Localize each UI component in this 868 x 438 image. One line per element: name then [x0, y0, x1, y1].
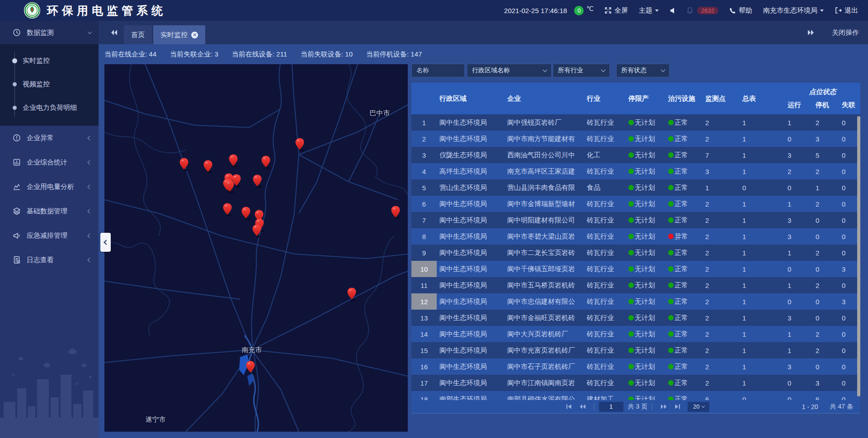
map-pin[interactable] — [229, 155, 238, 168]
cell-facility-status: 正常 — [665, 114, 703, 131]
table-row[interactable]: 14阆中生态环境局阆中大兴页岩机砖厂砖瓦行业无计划正常21120 — [411, 326, 860, 342]
next-page-button[interactable] — [660, 404, 667, 410]
sidebar-subitem-企业电力负荷明细[interactable]: 企业电力负荷明细 — [0, 96, 99, 119]
map-pin[interactable] — [253, 225, 262, 238]
table-row[interactable]: 16阆中生态环境局阆中市石子页岩机砖厂砖瓦行业无计划正常21300 — [411, 358, 860, 375]
cell-industry: 砖瓦行业 — [584, 293, 626, 310]
sidebar-item-企业异常[interactable]: 企业异常 — [0, 126, 99, 150]
map-pin[interactable] — [392, 206, 401, 220]
map-pin[interactable] — [223, 203, 232, 217]
subcol-失联: 失联 — [839, 101, 860, 109]
cell-facility-status: 正常 — [665, 212, 703, 228]
table-row[interactable]: 6阆中生态环境局阆中市金博瑞新型墙材砖瓦行业无计划正常21120 — [411, 196, 860, 212]
cell-region: 阆中生态环境局 — [437, 358, 505, 375]
theme-dropdown[interactable]: 主题 — [639, 6, 659, 15]
map-pin[interactable] — [246, 361, 255, 375]
page-size-select[interactable]: 20 — [688, 402, 709, 412]
sidebar-item-企业用电量分析[interactable]: 企业用电量分析 — [0, 174, 99, 199]
map-pin[interactable] — [296, 138, 305, 152]
table-row[interactable]: 17阆中生态环境局阆中市江南镇阆南页岩砖瓦行业无计划正常21030 — [411, 375, 860, 391]
table-row[interactable]: 7阆中生态环境局阆中明阳建材有限公司砖瓦行业无计划正常21300 — [411, 212, 860, 228]
map-pin[interactable] — [253, 175, 262, 188]
sidebar-item-数据监测[interactable]: 数据监测 — [0, 21, 99, 44]
tab-首页[interactable]: 首页 — [124, 25, 152, 44]
help-button[interactable]: 帮助 — [729, 6, 752, 15]
cell-limit-status: 无计划 — [626, 391, 665, 400]
tab-scroll-right-button[interactable] — [807, 29, 815, 36]
sidebar-item-label: 企业异常 — [27, 134, 54, 142]
map-pin[interactable] — [204, 160, 213, 174]
sidebar-item-企业综合统计[interactable]: 企业综合统计 — [0, 150, 99, 174]
table-row[interactable]: 10阆中生态环境局阆中千佛镇五郎垭页岩砖瓦行业无计划正常21003 — [411, 261, 860, 277]
table-row[interactable]: 13阆中生态环境局阆中市金福旺页岩机砖砖瓦行业无计划正常21300 — [411, 310, 860, 326]
map-pin[interactable] — [348, 288, 357, 301]
col-index — [411, 83, 437, 114]
cell-points: 2 — [703, 342, 740, 358]
table-row[interactable]: 2阆中生态环境局阆中市南方节能建材有砖瓦行业无计划正常21030 — [411, 131, 860, 147]
table-row[interactable]: 15阆中生态环境局阆中市光富页岩机砖厂砖瓦行业无计划正常21120 — [411, 342, 860, 358]
table-row[interactable]: 18南部生态环境局南部县砌伟水泥有限公建材加工无计划正常60060 — [411, 391, 860, 400]
sidebar-subitem-实时监控[interactable]: 实时监控 — [0, 49, 99, 72]
cell-points: 2 — [703, 131, 740, 147]
table-row[interactable]: 9阆中生态环境局阆中市二龙长宝页岩砖砖瓦行业无计划正常21120 — [411, 245, 860, 261]
sidebar-item-日志查看[interactable]: 日志查看 — [0, 248, 99, 272]
cell-company: 西南油气田分公司川中 — [505, 147, 584, 163]
notifications[interactable]: 2632 — [686, 7, 718, 14]
chevron-left-icon — [88, 184, 92, 189]
mute-button[interactable] — [670, 7, 679, 14]
table-row[interactable]: 12阆中生态环境局阆中市忠信建材有限公砖瓦行业无计划正常21003 — [411, 293, 860, 310]
fullscreen-button[interactable]: 全屏 — [604, 6, 628, 15]
industry-select[interactable]: 所有行业 — [553, 64, 610, 77]
cell-company: 南部县砌伟水泥有限公 — [505, 391, 584, 400]
sidebar-collapse-handle[interactable] — [100, 233, 111, 252]
cell-index: 9 — [411, 245, 437, 261]
subcol-运行: 运行 — [785, 101, 813, 109]
tab-实时监控[interactable]: 实时监控✕ — [153, 25, 205, 44]
map-pin[interactable] — [180, 158, 189, 172]
page-number-input[interactable]: 1 — [599, 402, 623, 412]
org-dropdown[interactable]: 南充市生态环境局 — [763, 6, 824, 15]
table-row[interactable]: 4高坪生态环境局南充市高坪区王家店建砖瓦行业无计划正常31220 — [411, 163, 860, 179]
stat-value: 211 — [276, 50, 287, 58]
sidebar-subitem-视频监控[interactable]: 视频监控 — [0, 72, 99, 96]
first-page-button[interactable] — [566, 404, 572, 410]
close-operations-button[interactable]: 关闭操作 — [832, 28, 859, 37]
logout-button[interactable]: 退出 — [835, 6, 858, 15]
sidebar-submenu: 实时监控视频监控企业电力负荷明细 — [0, 44, 99, 126]
cell-company: 阆中大兴页岩机砖厂 — [505, 326, 584, 342]
region-select[interactable]: 行政区域名称 — [467, 64, 552, 77]
sidebar-item-基础数据管理[interactable]: 基础数据管理 — [0, 199, 99, 223]
status-select[interactable]: 所有状态 — [616, 64, 670, 77]
last-page-button[interactable] — [675, 404, 680, 410]
cell-limit-status: 无计划 — [626, 326, 665, 342]
status-dot-icon — [628, 120, 634, 125]
map-panel[interactable]: 巴中市南充市遂宁市 — [104, 64, 408, 432]
tab-scroll-left-button[interactable] — [110, 29, 118, 36]
stat-value: 10 — [345, 50, 353, 58]
temperature-badge: 0 — [574, 6, 584, 15]
page-size-value: 20 — [693, 403, 699, 410]
cell-region: 阆中生态环境局 — [437, 342, 505, 358]
tab-close-icon[interactable]: ✕ — [191, 32, 198, 38]
table-row[interactable]: 3仪陇生态环境局西南油气田分公司川中化工无计划正常71350 — [411, 147, 860, 163]
sidebar-item-应急减排管理[interactable]: 应急减排管理 — [0, 223, 99, 248]
cell-stop: 2 — [813, 163, 839, 179]
table-scrollbar[interactable] — [857, 116, 860, 396]
table-row[interactable]: 8阆中生态环境局阆中市枣碧大梁山页岩砖瓦行业无计划异常21300 — [411, 228, 860, 245]
name-search-input[interactable]: 名称 — [411, 64, 465, 77]
prev-page-button[interactable] — [579, 404, 586, 410]
map-pin[interactable] — [226, 180, 235, 194]
map-pin[interactable] — [262, 156, 271, 170]
cell-meters: 1 — [740, 293, 785, 310]
cell-industry: 砖瓦行业 — [584, 342, 626, 358]
cell-run: 3 — [785, 228, 813, 245]
table-row[interactable]: 11阆中生态环境局阆中市五马桥页岩机砖砖瓦行业无计划正常21120 — [411, 277, 860, 293]
status-dot-icon — [668, 136, 674, 141]
cell-region: 阆中生态环境局 — [437, 375, 505, 391]
table-row[interactable]: 5营山生态环境局营山县润丰肉食品有限食品无计划正常10010 — [411, 179, 860, 196]
cell-points: 2 — [703, 228, 740, 245]
cell-company: 阆中市金博瑞新型墙材 — [505, 196, 584, 212]
speaker-icon — [670, 7, 676, 14]
table-row[interactable]: 1阆中生态环境局阆中强锐页岩砖厂砖瓦行业无计划正常21120 — [411, 114, 860, 131]
map-pin[interactable] — [242, 207, 251, 221]
